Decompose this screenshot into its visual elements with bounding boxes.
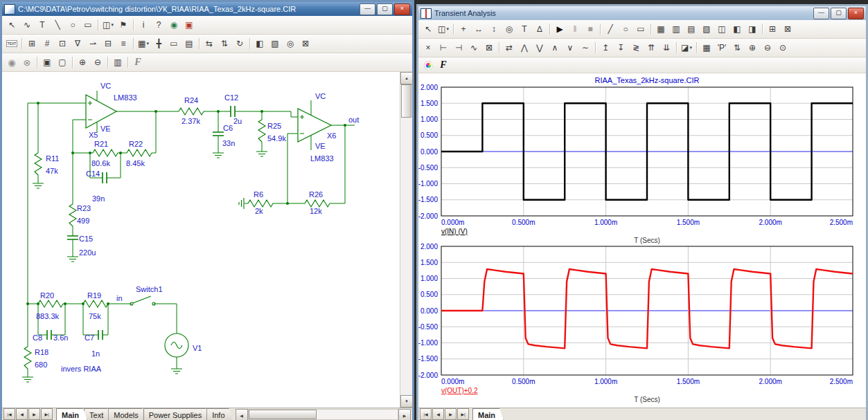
trace-label[interactable]: v(OUT)+0.2 bbox=[441, 387, 478, 394]
show-pin-connections[interactable]: ⊞ bbox=[24, 36, 39, 51]
global-high[interactable]: ↥ bbox=[598, 40, 613, 55]
scroll-left-icon[interactable]: ◀ bbox=[236, 409, 248, 420]
pause-button[interactable]: ‖ bbox=[567, 21, 583, 37]
cut-region[interactable]: ⊠ bbox=[780, 21, 795, 37]
zoom-in[interactable]: ⊕ bbox=[745, 40, 760, 55]
horizontal-scrollbar[interactable]: ◀ ▶ bbox=[236, 409, 411, 420]
select-region[interactable]: ⊠ bbox=[298, 36, 313, 51]
analysis-plot-area[interactable]: RIAA_Texas_2kHz-square.CIR2.0001.5001.00… bbox=[418, 73, 866, 407]
go-bottom[interactable]: ⇊ bbox=[659, 40, 674, 55]
link-mode[interactable]: ◉ bbox=[166, 17, 181, 33]
tag-point[interactable]: ◎ bbox=[502, 21, 517, 37]
text-mode[interactable]: T bbox=[517, 21, 532, 37]
high[interactable]: ∧ bbox=[547, 40, 563, 55]
camera-capture[interactable]: ▥ bbox=[110, 55, 125, 70]
flag-mode[interactable]: ⚑ bbox=[116, 17, 131, 33]
clear-accumulated[interactable]: × bbox=[420, 40, 436, 55]
step-box[interactable]: ▧ bbox=[267, 36, 283, 51]
run-button[interactable]: ▶ bbox=[552, 21, 567, 37]
rotate-part[interactable]: ↻ bbox=[232, 36, 247, 51]
select-tool[interactable]: ↖ bbox=[4, 17, 19, 33]
vertical-cursor[interactable]: ↕ bbox=[486, 21, 502, 37]
ruler-toggle[interactable]: ▤ bbox=[684, 21, 699, 37]
flip-horizontal[interactable]: ⇆ bbox=[202, 36, 217, 51]
component-menu[interactable]: ◫▾ bbox=[100, 17, 116, 33]
show-border[interactable]: ▭ bbox=[166, 36, 181, 51]
global-low[interactable]: ↧ bbox=[613, 40, 628, 55]
cancel-circle[interactable]: ⊗ bbox=[19, 55, 35, 70]
rectangle-mode[interactable]: ▭ bbox=[633, 21, 648, 37]
show-power[interactable]: ⊟ bbox=[100, 36, 116, 51]
ellipse-mode[interactable]: ○ bbox=[65, 17, 80, 33]
next-tab-button[interactable]: ▶ bbox=[445, 408, 457, 420]
tab-info[interactable]: Info bbox=[206, 408, 233, 420]
split-window[interactable]: ⊞ bbox=[765, 21, 780, 37]
maximize-button[interactable]: ▢ bbox=[377, 3, 393, 15]
cursor-mode[interactable]: + bbox=[456, 21, 471, 37]
tab-main[interactable]: Main bbox=[472, 408, 504, 420]
tab-text[interactable]: Text bbox=[84, 408, 112, 420]
text-mode[interactable]: T bbox=[35, 17, 50, 33]
plot-pages[interactable]: ▧ bbox=[699, 21, 714, 37]
min-max[interactable]: ≷ bbox=[628, 40, 644, 55]
flip-vertical[interactable]: ⇅ bbox=[217, 36, 232, 51]
prev-tab-button[interactable]: ◀ bbox=[16, 408, 28, 420]
next-point[interactable]: ⇄ bbox=[502, 40, 517, 55]
wire-mode[interactable]: ∿ bbox=[19, 17, 35, 33]
line-mode[interactable]: ╲ bbox=[50, 17, 65, 33]
tab-power-supplies[interactable]: Power Supplies bbox=[143, 408, 210, 420]
first-tab-button[interactable]: |◀ bbox=[3, 408, 15, 420]
horizontal-scroll-track[interactable] bbox=[248, 409, 398, 420]
peak[interactable]: ⋀ bbox=[517, 40, 532, 55]
close-button[interactable]: × bbox=[848, 8, 864, 19]
minimize-button[interactable]: — bbox=[813, 8, 829, 19]
horizontal-cursor[interactable]: ↔ bbox=[471, 21, 486, 37]
panel-columns[interactable]: ◫ bbox=[714, 21, 729, 37]
tab-main[interactable]: Main bbox=[56, 408, 87, 420]
show-node-numbers[interactable]: ⊡ bbox=[55, 36, 70, 51]
waveform-buffer[interactable]: ◪▾ bbox=[679, 40, 694, 55]
vertical-scroll-thumb[interactable] bbox=[401, 84, 411, 118]
last-tab-button[interactable]: ▶| bbox=[457, 408, 469, 420]
schematic-canvas[interactable]: VCLM833X5VER242.37kC122uC633nR2554.9kVCo… bbox=[2, 72, 400, 408]
stop-button[interactable]: ■ bbox=[583, 21, 598, 37]
formula-text[interactable]: F bbox=[436, 57, 451, 73]
ellipse-mode[interactable]: ○ bbox=[618, 21, 633, 37]
inflection[interactable]: ∼ bbox=[578, 40, 593, 55]
crosshair-cursor[interactable]: ╋ bbox=[151, 36, 166, 51]
show-conditions[interactable]: ≡ bbox=[116, 36, 131, 51]
first-tab-button[interactable]: |◀ bbox=[420, 408, 432, 420]
grid-toggle[interactable]: ▦ bbox=[699, 40, 714, 55]
scroll-right-icon[interactable]: ▶ bbox=[398, 409, 411, 420]
show-pin-numbers[interactable]: # bbox=[39, 36, 55, 51]
grid-panel[interactable]: ▦ bbox=[653, 21, 668, 37]
tag-right[interactable]: ⊣ bbox=[451, 40, 466, 55]
prev-tab-button[interactable]: ◀ bbox=[432, 408, 444, 420]
vertical-scroll-track[interactable] bbox=[400, 84, 412, 395]
last-tab-button[interactable]: ▶| bbox=[41, 408, 53, 420]
show-currents[interactable]: ⇀ bbox=[85, 36, 100, 51]
vertical-scrollbar[interactable]: ▲ ▼ bbox=[400, 72, 412, 408]
add-curve-menu[interactable]: ◫▾ bbox=[436, 21, 451, 37]
scroll-up-icon[interactable]: ▲ bbox=[400, 72, 413, 84]
pane-left[interactable]: ◧ bbox=[729, 21, 745, 37]
valley[interactable]: ⋁ bbox=[532, 40, 547, 55]
rectangle-mode[interactable]: ▭ bbox=[80, 17, 96, 33]
function-f[interactable]: F bbox=[130, 55, 145, 70]
grid-toggle[interactable]: ▦▾ bbox=[136, 36, 151, 51]
zoom-fit[interactable]: ⊙ bbox=[775, 40, 790, 55]
minimize-button[interactable]: — bbox=[360, 3, 375, 15]
analysis-titlebar[interactable]: Transient Analysis —▢× bbox=[418, 6, 866, 20]
next-tab-button[interactable]: ▶ bbox=[28, 408, 40, 420]
paste-from-clipboard[interactable]: ▢ bbox=[55, 55, 70, 70]
select-tool[interactable]: ↖ bbox=[420, 21, 436, 37]
maximize-button[interactable]: ▢ bbox=[831, 8, 847, 19]
scroll-down-icon[interactable]: ▼ bbox=[400, 395, 413, 408]
show-title-block[interactable]: ▤ bbox=[181, 36, 197, 51]
xy-cursors[interactable]: ⊠ bbox=[481, 40, 497, 55]
tag-left[interactable]: ⊢ bbox=[436, 40, 451, 55]
smooth-curve[interactable]: ∿ bbox=[466, 40, 481, 55]
tab-models[interactable]: Models bbox=[108, 408, 146, 420]
trace-label[interactable]: v(IN) (V) bbox=[441, 228, 468, 235]
zoom-out[interactable]: ⊖ bbox=[90, 55, 105, 70]
